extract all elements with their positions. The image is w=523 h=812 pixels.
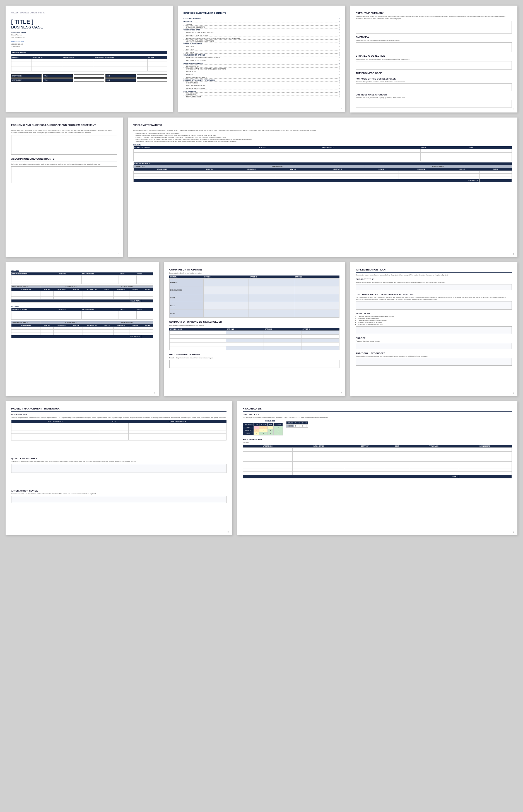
col-costs3: COSTS bbox=[119, 308, 137, 311]
col-high-neg: HIGH (-3) bbox=[444, 168, 480, 171]
bullet-item: Benefits: Include the direct and indirec… bbox=[136, 135, 512, 136]
comparison-page: COMPARISON OF OPTIONS Summarize the deta… bbox=[164, 262, 345, 396]
grade-val-b: B bbox=[274, 426, 283, 429]
col-risks2: RISKS bbox=[137, 272, 153, 276]
toc-page: BUSINESS CASE TABLE OF CONTENTS EXECUTIV… bbox=[178, 5, 345, 112]
comp-row-benefits: BENEFITS bbox=[169, 278, 340, 286]
grade-val-c3: C bbox=[254, 432, 259, 435]
bullet-item: The project management approach bbox=[358, 323, 512, 325]
resources-section: ADDITIONAL RESOURCES Describe other reso… bbox=[356, 352, 512, 366]
col-costs2: COSTS bbox=[119, 272, 137, 276]
table-row bbox=[243, 461, 512, 465]
governance-table: PARTY RESPONSIBLE ROLE CONTACT INFORMATI… bbox=[11, 420, 227, 440]
prepared-val2 bbox=[137, 74, 167, 77]
workplan-box bbox=[356, 326, 512, 334]
toc-item: PROJECT MANAGEMENT FRAMEWORK4 bbox=[183, 79, 340, 82]
toc-title: BUSINESS CASE TABLE OF CONTENTS bbox=[183, 12, 340, 14]
sh-col-opt1: OPTION 1 bbox=[226, 328, 264, 331]
scale-score-2: 2 bbox=[297, 424, 301, 427]
grade-val-a2: A bbox=[268, 432, 274, 435]
table-row bbox=[243, 452, 512, 455]
after-title: AFTER ACTION REVIEW bbox=[11, 490, 227, 492]
cover-subtitle: BUSINESS CASE bbox=[11, 25, 167, 29]
comp-col-opt3: OPTION 3 bbox=[294, 276, 340, 279]
grade-row-high: HIGH C B A A bbox=[243, 432, 283, 435]
col-m3: MEDIUM (+2) bbox=[54, 288, 70, 291]
toc-item: RISK ANALYSIS4 bbox=[183, 90, 340, 93]
after-desc: Describe how team and stakeholders will … bbox=[11, 493, 227, 495]
toc-item: VIABLE ALTERNATIVES3 bbox=[183, 43, 340, 45]
implementation-title: IMPLEMENTATION PLAN bbox=[356, 268, 512, 271]
col-low-pos: LOW (+1) bbox=[275, 168, 311, 171]
grading-desc: Use the key to calculate the combined ef… bbox=[243, 417, 512, 419]
budget-box bbox=[356, 343, 512, 349]
grade-row-label-med: MEDIUM bbox=[243, 429, 254, 432]
grade-scale-table: GRADE A B C D SCORE 1 2 bbox=[286, 421, 308, 428]
table-row bbox=[133, 171, 512, 173]
col-hn4: HIGH (-3) bbox=[129, 324, 142, 327]
risk-title: RISK ANALYSIS bbox=[243, 407, 512, 410]
outcomes-desc: List the measurable goals and the busine… bbox=[356, 297, 512, 301]
row1: PROJECT BUSINESS CASE TEMPLATE [ TITLE ]… bbox=[5, 5, 518, 112]
table-row bbox=[12, 297, 153, 300]
toc-item: SUMMARY OF OPTIONS BY STAKEHOLDER4 bbox=[183, 57, 340, 59]
governance-desc: Describe the governance structure that w… bbox=[11, 417, 227, 419]
governance-title: GOVERNANCE bbox=[11, 413, 227, 416]
resources-box bbox=[356, 358, 512, 366]
cover-title-bracket: [ TITLE ] bbox=[11, 19, 167, 25]
table-row bbox=[12, 69, 167, 71]
approved-title-label: TITLE bbox=[43, 78, 73, 82]
toc-item: EXECUTIVE SUMMARY3 bbox=[183, 18, 340, 20]
col-mn3: MEDIUM (-2) bbox=[113, 288, 129, 291]
table-row bbox=[133, 149, 512, 153]
col-benefits2: BENEFITS bbox=[58, 272, 82, 276]
econ-box bbox=[11, 135, 117, 155]
toc-item: QUALITY MANAGEMENT4 bbox=[183, 85, 340, 87]
grade-val-c2: C bbox=[259, 429, 268, 432]
col-benefits3: BENEFITS bbox=[58, 308, 82, 311]
econ-title: ECONOMIC AND BUSINESS LANDSCAPE AND PROB… bbox=[11, 124, 117, 126]
scale-score-4: 4 bbox=[304, 424, 308, 427]
comp-col-criteria: CRITERIA bbox=[169, 276, 203, 279]
quality-section: QUALITY MANAGEMENT If necessary, describ… bbox=[11, 457, 227, 473]
implementation-page: IMPLEMENTATION PLAN Describe the recomme… bbox=[350, 262, 518, 396]
workplan-section: WORK PLAN Describe how the project will … bbox=[356, 312, 512, 334]
col-neg2: NEGATIVE IMPACT bbox=[101, 285, 153, 288]
table-row bbox=[12, 61, 167, 64]
grand-total-row: GRAND TOTAL bbox=[133, 179, 512, 182]
page-num-8: 8 bbox=[513, 392, 514, 394]
table-row bbox=[12, 67, 167, 69]
overview-desc: Describe in one line the intended benefi… bbox=[356, 40, 512, 42]
col-costs: COSTS bbox=[420, 146, 468, 149]
toc-item: PROJECT TITLE4 bbox=[183, 65, 340, 68]
approved-val1 bbox=[74, 78, 104, 82]
option3-header: OPTION 3 bbox=[11, 305, 153, 307]
table-row bbox=[243, 458, 512, 461]
col-desc3: OPTION DESCRIPTION bbox=[12, 308, 58, 311]
table-row bbox=[12, 59, 167, 61]
prepared-title-label: TITLE bbox=[43, 74, 73, 77]
grade-row-label-high: HIGH bbox=[243, 432, 254, 435]
col-m4: MEDIUM (+2) bbox=[54, 324, 70, 327]
col-revision: REVISION DATE bbox=[62, 56, 94, 59]
prepared-val1 bbox=[74, 74, 104, 77]
quality-title: QUALITY MANAGEMENT bbox=[11, 457, 227, 460]
cover-website: webaddress.com bbox=[11, 40, 167, 42]
budget-section: BUDGET Provide a high-level project budg… bbox=[356, 337, 512, 349]
toc-item: RISK WORKSHEET4 bbox=[183, 96, 340, 98]
purpose-box bbox=[356, 84, 512, 91]
table-row bbox=[243, 468, 512, 472]
col-disadv: DISADVANTAGES bbox=[321, 146, 420, 149]
rw-col-final: FINAL GRADE bbox=[409, 445, 458, 448]
bullet-item: Stakeholder Impact: Use the stakeholder … bbox=[136, 140, 512, 142]
approved-val2 bbox=[137, 78, 167, 82]
page-num-4: 4 bbox=[118, 253, 120, 255]
table-row bbox=[133, 153, 512, 161]
table-row bbox=[169, 331, 340, 334]
col-low-neg: LOW (-1) bbox=[364, 168, 399, 171]
grading-title: GRADING KEY bbox=[243, 413, 512, 416]
grade-scale-row: SCORE 1 2 3 4 bbox=[287, 424, 308, 427]
scale-c: C bbox=[301, 421, 304, 424]
prepared-by-label: PREPARED BY bbox=[11, 74, 41, 77]
purpose-title: PURPOSE OF THE BUSINESS CASE bbox=[356, 77, 512, 80]
